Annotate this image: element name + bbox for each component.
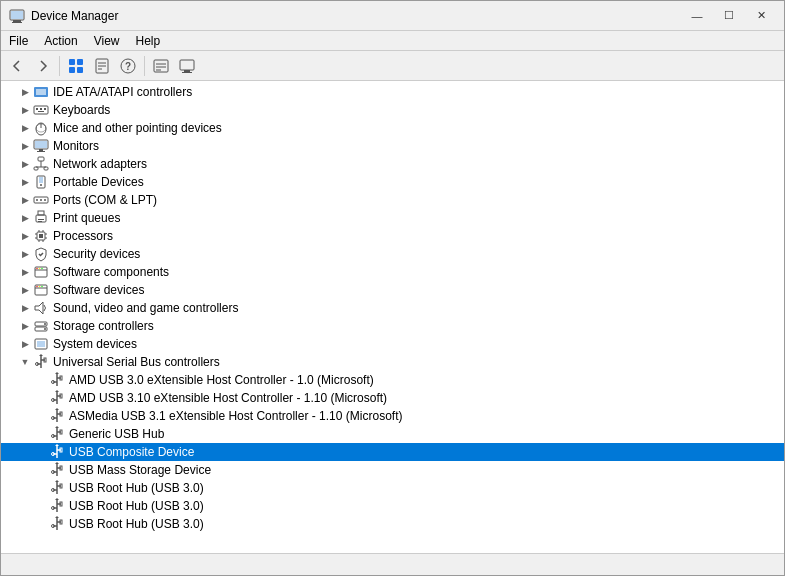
svg-point-76 xyxy=(44,328,46,330)
label-usb-generic-hub: Generic USB Hub xyxy=(69,427,164,441)
close-button[interactable]: ✕ xyxy=(746,6,776,26)
tree-item-keyboards[interactable]: Keyboards xyxy=(1,101,784,119)
minimize-button[interactable]: — xyxy=(682,6,712,26)
label-security: Security devices xyxy=(53,247,140,261)
device-manager-view-button[interactable] xyxy=(64,54,88,78)
svg-text:?: ? xyxy=(125,61,131,72)
label-usb-root-3: USB Root Hub (USB 3.0) xyxy=(69,517,204,531)
expand-arrow-portable[interactable] xyxy=(17,173,33,191)
menu-view[interactable]: View xyxy=(86,32,128,50)
expand-arrow-network[interactable] xyxy=(17,155,33,173)
svg-point-75 xyxy=(44,323,46,325)
tree-item-security[interactable]: Security devices xyxy=(1,245,784,263)
tree-item-usb-root-2[interactable]: USB Root Hub (USB 3.0) xyxy=(1,497,784,515)
icon-usb xyxy=(33,354,49,370)
svg-marker-116 xyxy=(55,462,59,464)
icon-usb-composite xyxy=(49,444,65,460)
svg-marker-110 xyxy=(55,444,59,446)
expand-arrow-ide-atapi[interactable] xyxy=(17,83,33,101)
toolbar-separator-2 xyxy=(144,56,145,76)
label-processors: Processors xyxy=(53,229,113,243)
label-sound: Sound, video and game controllers xyxy=(53,301,238,315)
tree-item-processors[interactable]: Processors xyxy=(1,227,784,245)
tree-item-usb-3[interactable]: ASMedia USB 3.1 eXtensible Host Controll… xyxy=(1,407,784,425)
tree-item-usb-mass[interactable]: USB Mass Storage Device xyxy=(1,461,784,479)
svg-point-66 xyxy=(41,268,43,270)
tree-item-monitors[interactable]: Monitors xyxy=(1,137,784,155)
expand-arrow-ports[interactable] xyxy=(17,191,33,209)
svg-point-65 xyxy=(39,268,41,270)
svg-rect-50 xyxy=(38,219,44,220)
tree-item-usb-root-3[interactable]: USB Root Hub (USB 3.0) xyxy=(1,515,784,533)
expand-arrow-software-components[interactable] xyxy=(17,263,33,281)
icon-network xyxy=(33,156,49,172)
icon-sound xyxy=(33,300,49,316)
svg-rect-53 xyxy=(39,234,43,238)
expand-arrow-security[interactable] xyxy=(17,245,33,263)
label-keyboards: Keyboards xyxy=(53,103,110,117)
expand-arrow-sound[interactable] xyxy=(17,299,33,317)
svg-marker-128 xyxy=(55,498,59,500)
properties-button[interactable] xyxy=(90,54,114,78)
expand-arrow-storage[interactable] xyxy=(17,317,33,335)
tree-item-usb-1[interactable]: AMD USB 3.0 eXtensible Host Controller -… xyxy=(1,371,784,389)
tree-item-usb[interactable]: Universal Serial Bus controllers xyxy=(1,353,784,371)
expand-arrow-system[interactable] xyxy=(17,335,33,353)
tree-item-usb-composite[interactable]: USB Composite Device xyxy=(1,443,784,461)
icon-processors xyxy=(33,228,49,244)
tree-item-network[interactable]: Network adapters xyxy=(1,155,784,173)
app-icon xyxy=(9,8,25,24)
tree-item-system[interactable]: System devices xyxy=(1,335,784,353)
tree-item-storage[interactable]: Storage controllers xyxy=(1,317,784,335)
tree-item-mice[interactable]: Mice and other pointing devices xyxy=(1,119,784,137)
svg-rect-7 xyxy=(77,67,83,73)
icon-usb-3 xyxy=(49,408,65,424)
tree-item-software-components[interactable]: Software components xyxy=(1,263,784,281)
svg-point-70 xyxy=(39,286,41,288)
svg-rect-49 xyxy=(38,211,44,215)
svg-rect-4 xyxy=(69,59,75,65)
expand-arrow-print[interactable] xyxy=(17,209,33,227)
maximize-button[interactable]: ☐ xyxy=(714,6,744,26)
device-tree[interactable]: IDE ATA/ATAPI controllersKeyboardsMice a… xyxy=(1,81,784,553)
back-button[interactable] xyxy=(5,54,29,78)
icon-usb-generic-hub xyxy=(49,426,65,442)
tree-item-usb-generic-hub[interactable]: Generic USB Hub xyxy=(1,425,784,443)
menu-action[interactable]: Action xyxy=(36,32,85,50)
svg-rect-78 xyxy=(37,341,45,347)
svg-marker-104 xyxy=(55,426,59,428)
tree-item-usb-2[interactable]: AMD USB 3.10 eXtensible Host Controller … xyxy=(1,389,784,407)
tree-item-ports[interactable]: Ports (COM & LPT) xyxy=(1,191,784,209)
menu-file[interactable]: File xyxy=(1,32,36,50)
expand-arrow-processors[interactable] xyxy=(17,227,33,245)
menu-help[interactable]: Help xyxy=(128,32,169,50)
svg-rect-35 xyxy=(38,157,44,161)
tree-item-print[interactable]: Print queues xyxy=(1,209,784,227)
expand-arrow-keyboards[interactable] xyxy=(17,101,33,119)
tree-item-usb-root-1[interactable]: USB Root Hub (USB 3.0) xyxy=(1,479,784,497)
svg-rect-42 xyxy=(39,177,43,183)
tree-item-software-devices[interactable]: Software devices xyxy=(1,281,784,299)
svg-marker-80 xyxy=(39,354,43,356)
tree-item-sound[interactable]: Sound, video and game controllers xyxy=(1,299,784,317)
window-controls: — ☐ ✕ xyxy=(682,6,776,26)
tree-item-ide-atapi[interactable]: IDE ATA/ATAPI controllers xyxy=(1,83,784,101)
help-button[interactable]: ? xyxy=(116,54,140,78)
icon-usb-mass xyxy=(49,462,65,478)
forward-button[interactable] xyxy=(31,54,55,78)
expand-arrow-software-devices[interactable] xyxy=(17,281,33,299)
icon-system xyxy=(33,336,49,352)
device-manager-window: Device Manager — ☐ ✕ File Action View He… xyxy=(0,0,785,576)
label-monitors: Monitors xyxy=(53,139,99,153)
svg-rect-51 xyxy=(38,221,42,222)
svg-rect-22 xyxy=(36,89,46,95)
icon-usb-2 xyxy=(49,390,65,406)
expand-arrow-mice[interactable] xyxy=(17,119,33,137)
tree-item-portable[interactable]: Portable Devices xyxy=(1,173,784,191)
show-hidden-button[interactable] xyxy=(175,54,199,78)
expand-arrow-monitors[interactable] xyxy=(17,137,33,155)
event-viewer-button[interactable] xyxy=(149,54,173,78)
expand-arrow-usb[interactable] xyxy=(17,353,33,371)
icon-usb-root-1 xyxy=(49,480,65,496)
svg-rect-6 xyxy=(69,67,75,73)
